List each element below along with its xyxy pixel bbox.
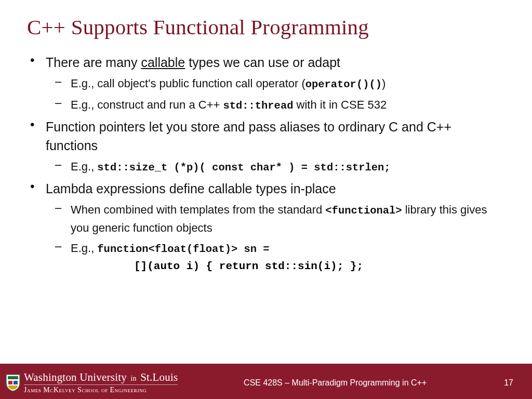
university-logo: Washington University in St.Louis James … [0, 372, 178, 394]
university-name: Washington University [24, 371, 127, 383]
text: with it in CSE 532 [293, 98, 387, 111]
text: E.g., [71, 160, 97, 173]
bullet-3-sub-1: When combined with templates from the st… [46, 201, 505, 236]
underline-callable: callable [141, 55, 185, 70]
text: Function pointers let you store and pass… [46, 117, 505, 155]
code-strlen: std::size_t (*p)( const char* ) = std::s… [97, 162, 390, 174]
text: ) [382, 77, 385, 90]
code-lambda-body: [](auto i) { return std::sin(i); }; [134, 260, 505, 272]
university-city: St.Louis [140, 371, 178, 383]
bullet-1-sub-1: E.g., call object's public function call… [46, 75, 505, 93]
text: When combined with templates from the st… [71, 203, 325, 216]
bullet-1: There are many callable types we can use… [27, 53, 505, 114]
code-functional: <functional> [325, 205, 402, 217]
bullet-2: Function pointers let you store and pass… [27, 117, 505, 176]
text: Lambda expressions define callable types… [46, 179, 505, 198]
bullet-1-sub-2: E.g., construct and run a C++ std::threa… [46, 96, 505, 114]
course-label: CSE 428S – Multi-Paradigm Programming in… [178, 378, 493, 388]
bullet-list: There are many callable types we can use… [27, 53, 505, 272]
code-operator: operator()() [305, 78, 382, 90]
school-name: James McKelvey School of Engineering [24, 384, 178, 394]
slide-title: C++ Supports Functional Programming [27, 15, 505, 39]
bullet-2-sub-1: E.g., std::size_t (*p)( const char* ) = … [46, 158, 505, 176]
slide: C++ Supports Functional Programming Ther… [0, 0, 532, 399]
slide-content: C++ Supports Functional Programming Ther… [0, 0, 532, 363]
bullet-3: Lambda expressions define callable types… [27, 179, 505, 273]
university-in: in [130, 375, 136, 382]
university-text: Washington University in St.Louis James … [24, 372, 178, 394]
text: E.g., call object's public function call… [71, 77, 305, 90]
code-thread: std::thread [223, 100, 294, 112]
text: types we can use or adapt [185, 55, 340, 70]
bullet-3-sub-2: E.g., function<float(float)> sn = [46, 240, 505, 258]
slide-footer: Washington University in St.Louis James … [0, 367, 532, 399]
svg-rect-0 [8, 376, 18, 379]
code-function-decl: function<float(float)> sn = [97, 243, 269, 255]
text: E.g., construct and run a C++ [71, 98, 223, 111]
page-number: 17 [493, 378, 513, 388]
svg-rect-1 [8, 381, 12, 384]
shield-icon [5, 374, 21, 392]
text: E.g., [71, 242, 97, 255]
text: There are many [46, 55, 141, 70]
svg-rect-2 [14, 381, 18, 384]
